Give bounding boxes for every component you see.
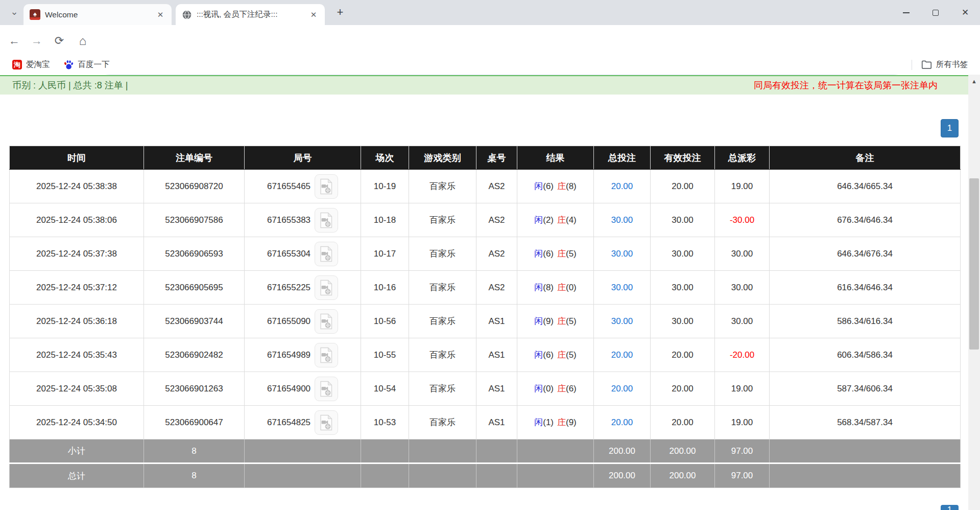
cell-bet-id: 523066900647 [144, 406, 245, 439]
baidu-paw-icon [63, 59, 74, 70]
subtotal-count: 8 [144, 439, 245, 463]
cell-valid-bet: 20.00 [651, 338, 715, 372]
total-bet-link[interactable]: 30.00 [611, 215, 633, 225]
col-round: 局号 [245, 146, 361, 170]
total-bet-link[interactable]: 30.00 [611, 316, 633, 326]
cell-payout: -30.00 [715, 203, 770, 237]
cell-total-bet: 30.00 [594, 305, 651, 338]
total-label: 总计 [10, 463, 144, 488]
cell-bet-id: 523066902482 [144, 338, 245, 372]
subtotal-label: 小计 [10, 439, 144, 463]
home-icon[interactable]: ⌂ [75, 33, 90, 49]
cell-time: 2025-12-24 05:35:43 [10, 338, 144, 372]
tab-welcome[interactable]: ♠ Welcome ✕ [23, 4, 172, 25]
table-row: 2025-12-24 05:38:06 523066907586 6716553… [10, 203, 961, 237]
video-replay-button[interactable] [315, 242, 338, 266]
video-replay-button[interactable] [315, 174, 338, 199]
video-replay-button[interactable] [315, 208, 338, 233]
cell-time: 2025-12-24 05:38:38 [10, 170, 144, 203]
total-bet-link[interactable]: 20.00 [611, 418, 633, 427]
banker-result-label: 庄 [557, 418, 566, 427]
bookmark-label: 爱淘宝 [26, 59, 50, 70]
cell-bet-id: 523066903744 [144, 305, 245, 338]
subtotal-payout: 97.00 [715, 439, 770, 463]
cell-result: 闲(6)庄(8) [517, 170, 594, 203]
cell-result: 闲(8)庄(0) [517, 271, 594, 305]
total-total-bet: 200.00 [594, 463, 651, 488]
pagination-page-1-button[interactable]: 1 [941, 119, 959, 137]
table-row: 2025-12-24 05:37:38 523066906593 6716553… [10, 237, 961, 271]
scrollbar-thumb[interactable] [969, 178, 979, 350]
cell-session: 10-18 [361, 203, 409, 237]
reload-icon[interactable]: ⟳ [52, 33, 67, 49]
forward-icon[interactable]: → [29, 33, 44, 49]
cell-total-bet: 20.00 [594, 406, 651, 439]
cell-note: 587.34/606.34 [770, 372, 961, 406]
all-bookmarks-button[interactable]: 所有书签 [917, 57, 972, 72]
cell-result: 闲(6)庄(5) [517, 338, 594, 372]
subtotal-valid-bet: 200.00 [651, 439, 715, 463]
tab-betrecord[interactable]: :::视讯, 会员下注纪录::: ✕ [176, 4, 325, 25]
total-bet-link[interactable]: 20.00 [611, 384, 633, 393]
cell-valid-bet: 30.00 [651, 203, 715, 237]
cell-round: 671654989 [245, 338, 361, 372]
cell-session: 10-56 [361, 305, 409, 338]
browser-window: ⌄ ♠ Welcome ✕ :::视讯, 会员下注纪录::: ✕ + ✕ ← →… [0, 0, 980, 510]
cell-result: 闲(9)庄(5) [517, 305, 594, 338]
close-tab-icon[interactable]: ✕ [155, 10, 165, 20]
banker-result-label: 庄 [557, 384, 566, 393]
cell-result: 闲(6)庄(5) [517, 237, 594, 271]
cell-table-no: AS2 [476, 237, 517, 271]
video-replay-button[interactable] [315, 410, 338, 435]
cell-session: 10-17 [361, 237, 409, 271]
page-scrollbar[interactable]: ▲ [968, 75, 980, 510]
back-icon[interactable]: ← [7, 33, 22, 49]
bookmark-baidu[interactable]: 百度一下 [59, 57, 114, 72]
total-bet-link[interactable]: 20.00 [611, 181, 633, 191]
taobao-icon: 淘 [12, 60, 22, 69]
cell-game: 百家乐 [409, 305, 476, 338]
total-payout: 97.00 [715, 463, 770, 488]
close-window-button[interactable]: ✕ [950, 0, 980, 25]
video-replay-button[interactable] [315, 343, 338, 367]
cell-valid-bet: 20.00 [651, 372, 715, 406]
globe-favicon-icon [182, 10, 192, 20]
cell-payout: 30.00 [715, 237, 770, 271]
new-tab-button[interactable]: + [333, 6, 347, 20]
minimize-button[interactable] [891, 0, 921, 25]
col-time: 时间 [10, 146, 144, 170]
cell-table-no: AS1 [476, 305, 517, 338]
cell-valid-bet: 20.00 [651, 406, 715, 439]
cell-payout: 19.00 [715, 170, 770, 203]
video-replay-button[interactable] [315, 309, 338, 334]
cell-payout: 19.00 [715, 406, 770, 439]
bookmark-aitaobao[interactable]: 淘 爱淘宝 [8, 57, 54, 72]
video-replay-button[interactable] [315, 377, 338, 401]
bookmarks-bar: 淘 爱淘宝 百度一下 所有书签 [0, 55, 980, 74]
cell-total-bet: 20.00 [594, 372, 651, 406]
cell-valid-bet: 30.00 [651, 305, 715, 338]
cell-note: 646.34/665.34 [770, 170, 961, 203]
pagination-bottom-partial-button[interactable]: 1 [941, 505, 959, 510]
maximize-button[interactable] [921, 0, 950, 25]
tab-title: :::视讯, 会员下注纪录::: [197, 9, 304, 20]
tab-title: Welcome [45, 10, 151, 19]
subtotal-row: 小计 8 200.00 200.00 97.00 [10, 439, 961, 463]
cell-time: 2025-12-24 05:35:08 [10, 372, 144, 406]
cell-valid-bet: 20.00 [651, 170, 715, 203]
tab-search-chevron-icon[interactable]: ⌄ [7, 5, 21, 19]
video-replay-button[interactable] [315, 275, 338, 300]
casino-favicon-icon: ♠ [30, 9, 40, 20]
total-bet-link[interactable]: 30.00 [611, 249, 633, 259]
total-bet-link[interactable]: 20.00 [611, 350, 633, 360]
cell-total-bet: 30.00 [594, 271, 651, 305]
cell-payout: 30.00 [715, 271, 770, 305]
scroll-up-arrow-icon[interactable]: ▲ [968, 77, 980, 86]
currency-summary-text: 币别 : 人民币 | 总共 :8 注单 | [12, 79, 128, 91]
cell-session: 10-19 [361, 170, 409, 203]
total-bet-link[interactable]: 30.00 [611, 283, 633, 292]
player-result-label: 闲 [534, 384, 543, 393]
cell-note: 646.34/676.34 [770, 237, 961, 271]
close-tab-icon[interactable]: ✕ [308, 10, 319, 20]
cell-game: 百家乐 [409, 372, 476, 406]
